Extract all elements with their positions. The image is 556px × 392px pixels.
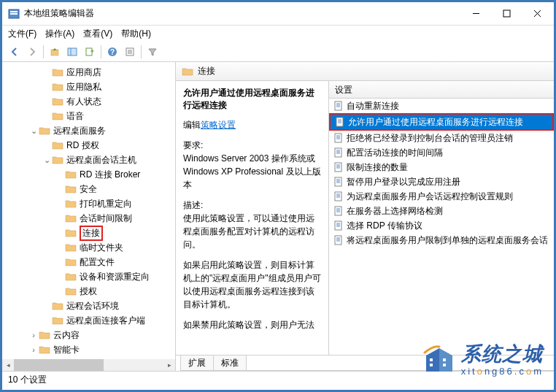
tree-node[interactable]: ⌄远程桌面会话主机	[2, 153, 175, 167]
edit-policy-link[interactable]: 策略设置	[201, 120, 236, 130]
setting-label: 将远程桌面服务用户限制到单独的远程桌面服务会话	[347, 234, 548, 247]
tree-node[interactable]: RD 授权	[2, 138, 175, 153]
setting-item[interactable]: 为远程桌面服务用户会话远程控制设置规则	[329, 189, 554, 204]
tree-node[interactable]: 安全	[2, 182, 175, 196]
menu-view[interactable]: 查看(V)	[83, 28, 112, 40]
up-button[interactable]	[47, 44, 63, 60]
properties-button[interactable]	[122, 44, 138, 60]
setting-label: 配置活动连接的时间间隔	[347, 147, 443, 159]
settings-panel: 设置 自动重新连接允许用户通过使用远程桌面服务进行远程连接拒绝将已经登录到控制台…	[329, 81, 554, 355]
tree-label: 配置文件	[80, 256, 115, 269]
tree-node[interactable]: ›云内容	[2, 328, 175, 342]
tab-standard[interactable]: 标准	[213, 356, 247, 371]
chevron-right-icon[interactable]: ›	[28, 345, 39, 354]
settings-column-header[interactable]: 设置	[329, 81, 554, 99]
tree-label: 打印机重定向	[80, 198, 132, 210]
setting-item[interactable]: 暂停用户登录以完成应用注册	[329, 174, 554, 189]
setting-item[interactable]: 将远程桌面服务用户限制到单独的远程桌面服务会话	[329, 233, 554, 247]
tree-node[interactable]: 远程桌面连接客户端	[2, 313, 175, 328]
setting-item[interactable]: 自动重新连接	[329, 99, 554, 113]
tree-node[interactable]: 有人状态	[2, 94, 175, 109]
svg-text:?: ?	[110, 48, 115, 56]
maximize-button[interactable]	[501, 9, 511, 19]
chevron-right-icon[interactable]: ›	[28, 331, 39, 339]
tree-node[interactable]: 应用商店	[2, 65, 175, 80]
svg-rect-4	[503, 10, 510, 17]
tree-label: RD 授权	[66, 139, 99, 152]
policy-icon	[335, 117, 345, 127]
tree-node[interactable]: 连接	[2, 226, 175, 240]
chevron-down-icon[interactable]: ⌄	[42, 155, 52, 165]
policy-icon	[333, 235, 344, 245]
chevron-down-icon[interactable]: ⌄	[28, 126, 39, 136]
tree-node[interactable]: 应用隐私	[2, 80, 175, 94]
tree-scrollbar-horizontal[interactable]: ◂ ▸	[2, 359, 175, 371]
setting-label: 选择 RDP 传输协议	[347, 220, 422, 232]
policy-icon	[333, 206, 344, 216]
show-hide-tree-button[interactable]	[64, 44, 80, 60]
tree-label: 安全	[80, 183, 97, 196]
status-text: 10 个设置	[8, 374, 47, 385]
setting-item[interactable]: 配置活动连接的时间间隔	[329, 145, 554, 160]
tree-label: 有人状态	[66, 96, 101, 108]
tree-node[interactable]: RD 连接 Broker	[2, 167, 175, 182]
view-tabs: 扩展 标准	[176, 355, 554, 371]
minimize-button[interactable]	[471, 9, 481, 19]
tree-node[interactable]: 会话时间限制	[2, 211, 175, 226]
tree-node[interactable]: 远程会话环境	[2, 299, 175, 313]
svg-rect-25	[335, 134, 341, 142]
setting-item[interactable]: 限制连接的数量	[329, 160, 554, 174]
description-panel: 允许用户通过使用远程桌面服务进行远程连接 编辑策略设置 要求: Windows …	[176, 81, 329, 355]
tree-node[interactable]: 设备和资源重定向	[2, 269, 175, 284]
description-p3: 如果禁用此策略设置，则用户无法	[183, 318, 321, 331]
tree-node[interactable]: 打印机重定向	[2, 196, 175, 211]
export-button[interactable]	[82, 44, 98, 60]
tree-label: 智能卡	[53, 344, 80, 356]
toolbar: ?	[2, 42, 554, 62]
scroll-right-button[interactable]: ▸	[163, 359, 175, 371]
policy-icon	[333, 101, 344, 111]
svg-rect-45	[335, 207, 341, 215]
menu-file[interactable]: 文件(F)	[8, 28, 36, 40]
scroll-left-button[interactable]: ◂	[2, 359, 14, 371]
setting-label: 限制连接的数量	[347, 161, 408, 174]
description-p1: 使用此策略设置，可以通过使用远程桌面服务配置对计算机的远程访问。	[183, 212, 321, 251]
svg-rect-1	[10, 11, 18, 12]
tree-node[interactable]: 语音	[2, 109, 175, 123]
setting-item[interactable]: 允许用户通过使用远程桌面服务进行远程连接	[329, 113, 554, 131]
setting-item[interactable]: 选择 RDP 传输协议	[329, 218, 554, 233]
menu-action[interactable]: 操作(A)	[45, 28, 74, 40]
help-button[interactable]: ?	[104, 44, 120, 60]
svg-rect-10	[86, 48, 92, 55]
tree-node[interactable]: ›智能卡	[2, 342, 175, 357]
statusbar: 10 个设置	[2, 371, 554, 387]
tree-node[interactable]: 授权	[2, 284, 175, 299]
tree-node[interactable]: 临时文件夹	[2, 240, 175, 255]
tab-extended[interactable]: 扩展	[180, 356, 214, 371]
svg-rect-49	[335, 221, 341, 230]
policy-icon	[333, 191, 344, 201]
back-button[interactable]	[7, 44, 23, 60]
tree-label: 远程会话环境	[66, 300, 119, 312]
tree-label: 云内容	[53, 329, 80, 342]
tree-node[interactable]: ⌄远程桌面服务	[2, 123, 175, 138]
svg-rect-33	[335, 163, 341, 172]
setting-item[interactable]: 在服务器上选择网络检测	[329, 204, 554, 218]
description-p2: 如果启用此策略设置，则目标计算机上的"远程桌面用户"组成员用户可以使用远程桌面服…	[183, 258, 321, 311]
tree-node[interactable]: 配置文件	[2, 255, 175, 269]
menu-help[interactable]: 帮助(H)	[121, 28, 151, 40]
filter-button[interactable]	[144, 44, 161, 60]
setting-label: 拒绝将已经登录到控制台会话的管理员注销	[347, 132, 513, 145]
titlebar: 本地组策略编辑器	[2, 2, 554, 26]
tree-label: 连接	[80, 226, 103, 241]
setting-item[interactable]: 拒绝将已经登录到控制台会话的管理员注销	[329, 131, 554, 145]
policy-icon	[333, 162, 344, 172]
forward-button[interactable]	[24, 44, 40, 60]
description-label: 描述:	[183, 199, 321, 212]
right-header-title: 连接	[198, 65, 215, 77]
setting-label: 在服务器上选择网络检测	[347, 205, 443, 218]
tree-label: 远程桌面会话主机	[66, 154, 136, 166]
tree-label: 应用商店	[66, 66, 101, 79]
close-button[interactable]	[532, 9, 542, 19]
tree-label: 临时文件夹	[80, 242, 123, 254]
